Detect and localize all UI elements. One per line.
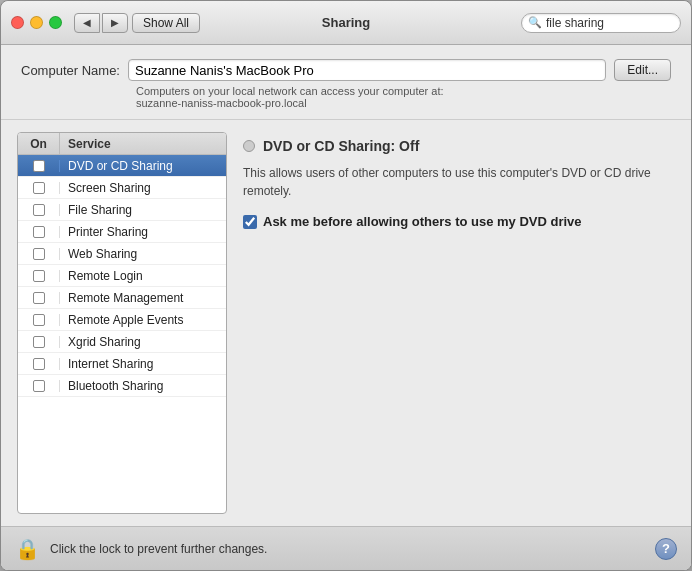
forward-button[interactable]: ▶ [102,13,128,33]
service-checkbox-xgrid[interactable] [33,336,45,348]
computer-name-input[interactable] [128,59,606,81]
main-content: On Service DVD or CD Sharing Screen Shar… [1,120,691,526]
service-name-printer: Printer Sharing [60,225,226,239]
service-checkbox-file[interactable] [33,204,45,216]
computer-name-section: Computer Name: Edit... Computers on your… [1,45,691,120]
status-indicator [243,140,255,152]
service-checkbox-web[interactable] [33,248,45,260]
dvd-option-checkbox[interactable] [243,215,257,229]
close-button[interactable] [11,16,24,29]
service-item-remote-mgmt[interactable]: Remote Management [18,287,226,309]
service-name-web: Web Sharing [60,247,226,261]
service-checkbox-cell-remote-mgmt [18,292,60,304]
dvd-option-label: Ask me before allowing others to use my … [263,214,582,229]
service-checkbox-bluetooth[interactable] [33,380,45,392]
service-checkbox-cell-dvd [18,160,60,172]
edit-button[interactable]: Edit... [614,59,671,81]
service-item-dvd[interactable]: DVD or CD Sharing [18,155,226,177]
services-panel: On Service DVD or CD Sharing Screen Shar… [17,132,227,514]
service-item-screen[interactable]: Screen Sharing [18,177,226,199]
service-item-file[interactable]: File Sharing [18,199,226,221]
window: ◀ ▶ Show All Sharing 🔍 ✕ Computer Name: … [0,0,692,571]
service-checkbox-internet[interactable] [33,358,45,370]
services-header: On Service [18,133,226,155]
service-item-xgrid[interactable]: Xgrid Sharing [18,331,226,353]
computer-name-sub: Computers on your local network can acce… [136,85,671,109]
search-box: 🔍 ✕ [521,13,681,33]
service-item-remote-login[interactable]: Remote Login [18,265,226,287]
service-name-screen: Screen Sharing [60,181,226,195]
checkbox-option-row: Ask me before allowing others to use my … [243,214,671,229]
service-checkbox-cell-internet [18,358,60,370]
bottom-bar: 🔒 Click the lock to prevent further chan… [1,526,691,570]
service-checkbox-dvd[interactable] [33,160,45,172]
service-description: This allows users of other computers to … [243,164,671,200]
lock-icon[interactable]: 🔒 [15,537,40,561]
service-checkbox-cell-bluetooth [18,380,60,392]
service-item-internet[interactable]: Internet Sharing [18,353,226,375]
service-name-bluetooth: Bluetooth Sharing [60,379,226,393]
computer-name-label: Computer Name: [21,63,120,78]
service-name-file: File Sharing [60,203,226,217]
service-checkbox-printer[interactable] [33,226,45,238]
service-item-web[interactable]: Web Sharing [18,243,226,265]
back-button[interactable]: ◀ [74,13,100,33]
minimize-button[interactable] [30,16,43,29]
nav-buttons: ◀ ▶ [74,13,128,33]
service-checkbox-screen[interactable] [33,182,45,194]
service-item-remote-apple[interactable]: Remote Apple Events [18,309,226,331]
service-checkbox-remote-mgmt[interactable] [33,292,45,304]
right-panel: DVD or CD Sharing: Off This allows users… [239,132,675,514]
service-checkbox-remote-login[interactable] [33,270,45,282]
traffic-lights [11,16,62,29]
service-checkbox-cell-web [18,248,60,260]
service-checkbox-cell-remote-login [18,270,60,282]
service-item-printer[interactable]: Printer Sharing [18,221,226,243]
search-input[interactable] [546,16,692,30]
service-checkbox-remote-apple[interactable] [33,314,45,326]
service-checkbox-cell-printer [18,226,60,238]
services-header-service: Service [60,133,226,154]
service-name-internet: Internet Sharing [60,357,226,371]
bottom-text: Click the lock to prevent further change… [50,542,645,556]
window-title: Sharing [322,15,370,30]
maximize-button[interactable] [49,16,62,29]
services-list: DVD or CD Sharing Screen Sharing File Sh… [18,155,226,513]
help-button[interactable]: ? [655,538,677,560]
services-header-on: On [18,133,60,154]
service-status-title: DVD or CD Sharing: Off [263,138,419,154]
service-item-bluetooth[interactable]: Bluetooth Sharing [18,375,226,397]
search-icon: 🔍 [528,16,542,29]
service-checkbox-cell-xgrid [18,336,60,348]
service-checkbox-cell-remote-apple [18,314,60,326]
service-status-row: DVD or CD Sharing: Off [243,138,671,154]
service-name-remote-apple: Remote Apple Events [60,313,226,327]
service-name-xgrid: Xgrid Sharing [60,335,226,349]
service-checkbox-cell-screen [18,182,60,194]
titlebar: ◀ ▶ Show All Sharing 🔍 ✕ [1,1,691,45]
service-name-remote-mgmt: Remote Management [60,291,226,305]
show-all-button[interactable]: Show All [132,13,200,33]
service-name-dvd: DVD or CD Sharing [60,159,226,173]
service-name-remote-login: Remote Login [60,269,226,283]
service-checkbox-cell-file [18,204,60,216]
